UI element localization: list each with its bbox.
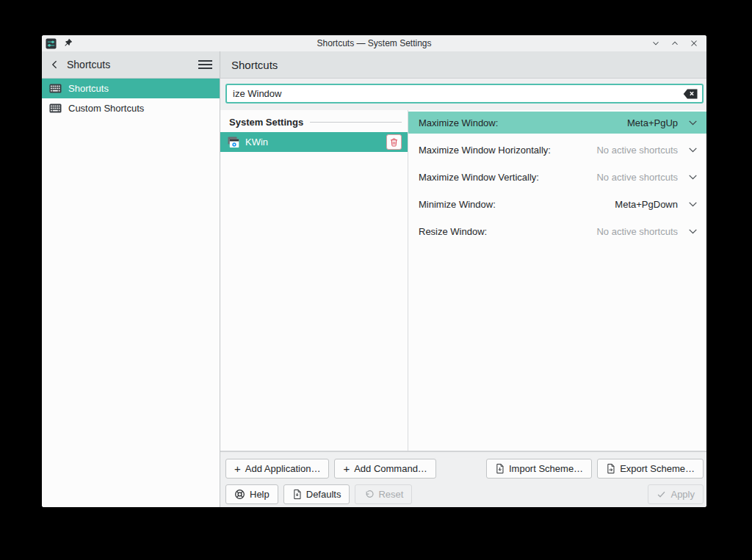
shortcut-row[interactable]: Resize Window: No active shortcuts (408, 220, 706, 242)
header-strip: Shortcuts Shortcuts (42, 51, 706, 79)
titlebar: Shortcuts — System Settings (42, 35, 706, 51)
keyboard-icon (49, 103, 62, 113)
sidebar-item-shortcuts[interactable]: Shortcuts (42, 79, 220, 98)
app-icon (46, 38, 57, 49)
back-icon[interactable] (49, 59, 61, 70)
main-area: System Settings (220, 79, 706, 507)
chevron-down-icon[interactable] (687, 117, 699, 129)
window-title: Shortcuts — System Settings (42, 38, 706, 48)
main-header: Shortcuts (220, 51, 706, 78)
chevron-down-icon[interactable] (687, 225, 699, 238)
shortcuts-panel: Maximize Window: Meta+PgUp Maximize Wind… (408, 110, 706, 451)
chevron-down-icon[interactable] (687, 171, 699, 183)
defaults-button[interactable]: Defaults (283, 484, 350, 504)
sidebar-item-label: Shortcuts (68, 83, 109, 94)
delete-app-button[interactable] (386, 134, 402, 150)
help-button[interactable]: Help (225, 484, 278, 504)
section-header: System Settings (220, 110, 408, 132)
import-scheme-button[interactable]: Import Scheme… (486, 459, 592, 479)
life-ring-icon (234, 489, 245, 500)
document-export-icon (606, 463, 615, 474)
checkmark-icon (657, 490, 666, 499)
add-command-button[interactable]: + Add Command… (334, 459, 435, 479)
shortcut-row[interactable]: Minimize Window: Meta+PgDown (408, 193, 706, 215)
search-zone (220, 79, 706, 109)
sidebar: Shortcuts (42, 79, 220, 507)
hamburger-menu-icon[interactable] (198, 59, 212, 70)
close-button[interactable] (688, 37, 700, 49)
app-row-kwin[interactable]: KWin (220, 132, 408, 152)
shortcut-value: No active shortcuts (596, 226, 678, 237)
chevron-down-icon[interactable] (687, 198, 699, 211)
shortcut-row[interactable]: Maximize Window Horizontally: No active … (408, 139, 706, 161)
shortcut-value: No active shortcuts (596, 172, 678, 183)
search-input[interactable] (225, 84, 704, 103)
sidebar-item-custom-shortcuts[interactable]: Custom Shortcuts (42, 98, 220, 118)
shortcut-value: No active shortcuts (596, 145, 678, 156)
app-row-label: KWin (245, 137, 380, 148)
sidebar-header: Shortcuts (42, 51, 220, 78)
plus-icon: + (234, 463, 241, 474)
applications-panel: System Settings (220, 110, 408, 451)
maximize-button[interactable] (669, 37, 681, 49)
section-title: System Settings (229, 117, 303, 128)
clear-search-icon[interactable] (683, 89, 698, 99)
minimize-button[interactable] (650, 37, 662, 49)
apply-button[interactable]: Apply (648, 484, 704, 504)
plus-icon: + (343, 463, 350, 474)
shortcut-value: Meta+PgUp (627, 117, 678, 128)
shortcut-row[interactable]: Maximize Window: Meta+PgUp (408, 112, 706, 134)
shortcut-value: Meta+PgDown (615, 199, 678, 210)
reset-button[interactable]: Reset (355, 484, 412, 504)
document-import-icon (495, 463, 505, 474)
chevron-down-icon[interactable] (687, 144, 699, 156)
sidebar-header-title: Shortcuts (67, 59, 110, 70)
footer: + Add Application… + Add Command… (220, 451, 706, 507)
pin-icon[interactable] (62, 38, 73, 48)
add-application-button[interactable]: + Add Application… (225, 459, 329, 479)
export-scheme-button[interactable]: Export Scheme… (597, 459, 704, 479)
system-settings-window: Shortcuts — System Settings Short (42, 35, 706, 507)
undo-arrow-icon (364, 490, 374, 500)
page-title: Shortcuts (231, 59, 278, 71)
sidebar-item-label: Custom Shortcuts (68, 103, 144, 114)
document-revert-icon (292, 489, 302, 500)
keyboard-icon (49, 84, 62, 93)
kwin-icon (228, 137, 239, 148)
shortcut-row[interactable]: Maximize Window Vertically: No active sh… (408, 166, 706, 188)
